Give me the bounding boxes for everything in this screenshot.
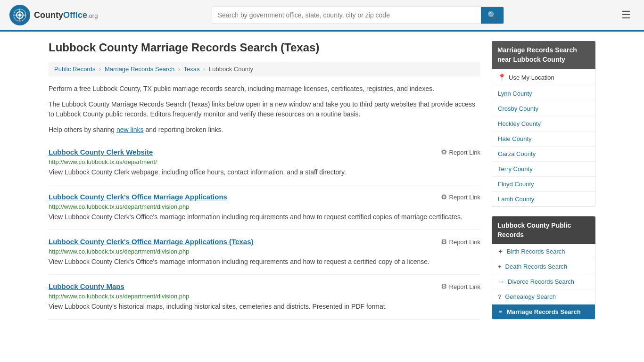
genealogy-link[interactable]: Genealogy Search	[505, 293, 556, 300]
result-item: Lubbock County Maps ⚙ Report Link http:/…	[49, 275, 480, 320]
breadcrumb-sep-2: ›	[178, 66, 180, 73]
floyd-county-link[interactable]: Floyd County	[498, 181, 534, 188]
result-title-2[interactable]: Lubbock County Clerk's Office Marriage A…	[49, 193, 227, 201]
main-container: Lubbock County Marriage Records Search (…	[39, 32, 605, 338]
marriage-records-link[interactable]: Marriage Records Search	[507, 308, 581, 315]
garza-county-link[interactable]: Garza County	[498, 150, 536, 157]
result-item: Lubbock County Clerk's Office Marriage A…	[49, 230, 480, 275]
result-desc-1: View Lubbock County Clerk webpage, inclu…	[49, 167, 480, 177]
sidebar-marriage-records[interactable]: ⚭ Marriage Records Search	[492, 304, 595, 319]
sidebar-birth-records[interactable]: ✦ Birth Records Search	[492, 244, 595, 259]
result-item: Lubbock County Clerk's Office Marriage A…	[49, 185, 480, 230]
sidebar: Marriage Records Search near Lubbock Cou…	[492, 41, 595, 329]
report-icon-2: ⚙	[441, 193, 447, 201]
birth-records-link[interactable]: Birth Records Search	[507, 248, 565, 255]
sidebar-county-hockley[interactable]: Hockley County	[492, 116, 595, 132]
sidebar-county-garza[interactable]: Garza County	[492, 147, 595, 162]
sharing-paragraph: Help others by sharing new links and rep…	[49, 125, 480, 135]
sidebar-divorce-records[interactable]: ↔ Divorce Records Search	[492, 274, 595, 289]
divorce-records-link[interactable]: Divorce Records Search	[508, 278, 574, 285]
sidebar-county-lamb[interactable]: Lamb County	[492, 192, 595, 206]
result-url-1[interactable]: http://www.co.lubbock.tx.us/department/	[49, 158, 480, 165]
crosby-county-link[interactable]: Crosby County	[498, 105, 538, 112]
report-link-2[interactable]: ⚙ Report Link	[441, 193, 480, 201]
breadcrumb-current: Lubbock County	[209, 66, 253, 73]
logo[interactable]: CountyOffice.org	[9, 5, 98, 25]
report-link-4[interactable]: ⚙ Report Link	[441, 282, 480, 291]
breadcrumb-sep-1: ›	[99, 66, 101, 73]
birth-records-icon: ✦	[498, 248, 503, 255]
site-header: CountyOffice.org 🔍 ☰	[0, 0, 644, 32]
sidebar-county-hale[interactable]: Hale County	[492, 132, 595, 147]
report-icon-4: ⚙	[441, 282, 447, 291]
sidebar-genealogy[interactable]: ? Genealogy Search	[492, 289, 595, 304]
search-bar: 🔍	[212, 7, 504, 24]
logo-icon	[9, 5, 30, 25]
terry-county-link[interactable]: Terry County	[498, 165, 533, 173]
lamb-county-link[interactable]: Lamb County	[498, 196, 534, 203]
result-url-3[interactable]: http://www.co.lubbock.tx.us/department/d…	[49, 248, 480, 255]
search-input[interactable]	[212, 7, 481, 24]
result-desc-2: View Lubbock County Clerk's Office's mar…	[49, 212, 480, 222]
breadcrumb-texas[interactable]: Texas	[184, 66, 200, 73]
public-records-list: ✦ Birth Records Search + Death Records S…	[492, 244, 595, 320]
nearby-list: 📍 Use My Location Lynn County Crosby Cou…	[492, 69, 595, 207]
divorce-records-icon: ↔	[498, 278, 504, 285]
result-title-1[interactable]: Lubbock County Clerk Website	[49, 148, 153, 156]
result-title-3[interactable]: Lubbock County Clerk's Office Marriage A…	[49, 238, 254, 246]
sidebar-death-records[interactable]: + Death Records Search	[492, 259, 595, 274]
result-desc-4: View Lubbock County's historical maps, i…	[49, 302, 480, 312]
result-url-4[interactable]: http://www.co.lubbock.tx.us/department/d…	[49, 293, 480, 300]
sidebar-county-terry[interactable]: Terry County	[492, 162, 595, 177]
marriage-records-icon: ⚭	[498, 308, 503, 315]
result-url-2[interactable]: http://www.co.lubbock.tx.us/department/d…	[49, 203, 480, 210]
result-desc-3: View Lubbock County Clerk's Office's mar…	[49, 257, 480, 267]
nearby-section: Marriage Records Search near Lubbock Cou…	[492, 41, 595, 207]
main-content: Lubbock County Marriage Records Search (…	[49, 41, 480, 329]
breadcrumb-public-records[interactable]: Public Records	[54, 66, 95, 73]
public-records-section: Lubbock County Public Records ✦ Birth Re…	[492, 216, 595, 320]
report-icon-1: ⚙	[441, 148, 447, 156]
logo-wordmark: CountyOffice.org	[34, 10, 98, 20]
detail-paragraph: The Lubbock County Marriage Records Sear…	[49, 99, 480, 119]
public-records-header: Lubbock County Public Records	[492, 216, 595, 244]
breadcrumb-sep-3: ›	[203, 66, 205, 73]
report-icon-3: ⚙	[441, 238, 447, 246]
use-my-location-link[interactable]: Use My Location	[509, 74, 554, 81]
death-records-link[interactable]: Death Records Search	[505, 263, 568, 270]
report-link-3[interactable]: ⚙ Report Link	[441, 238, 480, 246]
use-my-location-item[interactable]: 📍 Use My Location	[492, 69, 595, 86]
nearby-header: Marriage Records Search near Lubbock Cou…	[492, 41, 595, 69]
hale-county-link[interactable]: Hale County	[498, 135, 532, 142]
new-links-link[interactable]: new links	[116, 126, 144, 133]
report-link-1[interactable]: ⚙ Report Link	[441, 148, 480, 156]
sidebar-county-crosby[interactable]: Crosby County	[492, 101, 595, 116]
result-item: Lubbock County Clerk Website ⚙ Report Li…	[49, 140, 480, 185]
page-title: Lubbock County Marriage Records Search (…	[49, 41, 480, 54]
hamburger-menu-button[interactable]: ☰	[618, 7, 635, 23]
location-pin-icon: 📍	[498, 74, 506, 81]
lynn-county-link[interactable]: Lynn County	[498, 90, 532, 97]
breadcrumb: Public Records › Marriage Records Search…	[49, 62, 480, 76]
sidebar-county-floyd[interactable]: Floyd County	[492, 177, 595, 192]
death-records-icon: +	[498, 263, 502, 270]
result-title-4[interactable]: Lubbock County Maps	[49, 282, 124, 290]
hockley-county-link[interactable]: Hockley County	[498, 120, 541, 127]
breadcrumb-marriage-records[interactable]: Marriage Records Search	[105, 66, 174, 73]
genealogy-icon: ?	[498, 293, 501, 300]
intro-paragraph: Perform a free Lubbock County, TX public…	[49, 84, 480, 94]
sidebar-county-lynn[interactable]: Lynn County	[492, 86, 595, 101]
search-button[interactable]: 🔍	[481, 7, 504, 24]
